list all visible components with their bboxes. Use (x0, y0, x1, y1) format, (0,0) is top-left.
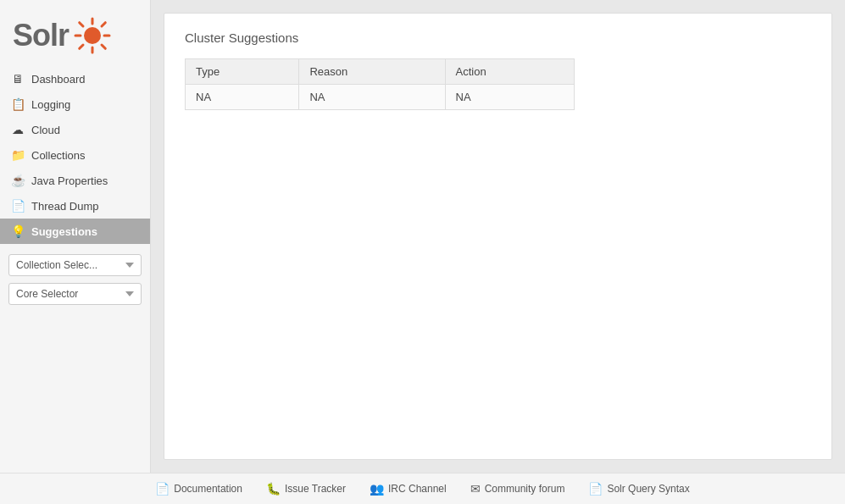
footer-link-label: IRC Channel (388, 483, 447, 495)
documentation-icon: 📄 (155, 482, 170, 496)
main-area: Solr (0, 0, 845, 473)
footer-link-label: Solr Query Syntax (607, 483, 689, 495)
col-header-action: Action (445, 59, 574, 85)
col-header-type: Type (186, 59, 299, 85)
suggestions-icon: 💡 (10, 224, 25, 238)
svg-line-8 (80, 45, 83, 48)
footer-link-community-forum[interactable]: ✉ Community forum (470, 482, 565, 496)
sidebar-item-label: Suggestions (31, 225, 97, 238)
sidebar-item-label: Java Properties (31, 174, 108, 187)
core-selector[interactable]: Core Selector (8, 283, 142, 305)
sidebar-item-cloud[interactable]: ☁ Cloud (0, 117, 150, 142)
sidebar-item-thread-dump[interactable]: 📄 Thread Dump (0, 193, 150, 219)
sidebar-item-logging[interactable]: 📋 Logging (0, 91, 150, 117)
footer-link-label: Community forum (485, 483, 565, 495)
sidebar-item-suggestions[interactable]: 💡 Suggestions (0, 219, 150, 244)
cloud-icon: ☁ (10, 123, 25, 136)
collection-selector[interactable]: Collection Selec... (8, 254, 142, 276)
logo-area: Solr (0, 0, 150, 66)
issue-tracker-icon: 🐛 (266, 482, 281, 496)
col-header-reason: Reason (299, 59, 445, 85)
sidebar-item-label: Dashboard (31, 73, 86, 86)
suggestions-table: Type Reason Action NA NA NA (185, 58, 575, 110)
cell-type: NA (186, 85, 299, 110)
svg-line-6 (102, 45, 105, 48)
table-row: NA NA NA (186, 85, 575, 110)
collections-icon: 📁 (10, 148, 25, 162)
sidebar-item-collections[interactable]: 📁 Collections (0, 142, 150, 168)
svg-point-0 (84, 27, 101, 44)
sidebar-item-label: Cloud (31, 124, 60, 136)
footer-link-label: Documentation (174, 483, 242, 495)
sidebar: Solr (0, 0, 151, 473)
page-title: Cluster Suggestions (185, 30, 811, 45)
footer: 📄 Documentation 🐛 Issue Tracker 👥 IRC Ch… (0, 473, 845, 504)
cell-reason: NA (299, 85, 445, 110)
content-inner: Cluster Suggestions Type Reason Action N… (164, 14, 831, 459)
footer-link-solr-query-syntax[interactable]: 📄 Solr Query Syntax (588, 482, 689, 496)
svg-line-5 (80, 23, 83, 26)
content-area: Cluster Suggestions Type Reason Action N… (164, 13, 832, 460)
footer-link-documentation[interactable]: 📄 Documentation (155, 482, 242, 496)
irc-channel-icon: 👥 (370, 482, 384, 496)
sidebar-item-label: Thread Dump (31, 200, 98, 213)
community-forum-icon: ✉ (470, 482, 481, 496)
logging-icon: 📋 (10, 97, 25, 111)
nav-list: 🖥 Dashboard 📋 Logging ☁ Cloud 📁 Collecti… (0, 66, 150, 244)
footer-link-irc-channel[interactable]: 👥 IRC Channel (370, 482, 447, 496)
sidebar-item-label: Logging (31, 98, 70, 111)
solr-query-syntax-icon: 📄 (588, 482, 603, 496)
cell-action: NA (445, 85, 574, 110)
footer-link-issue-tracker[interactable]: 🐛 Issue Tracker (266, 482, 346, 496)
app-container: Solr (0, 0, 845, 504)
sidebar-item-dashboard[interactable]: 🖥 Dashboard (0, 66, 150, 91)
sidebar-item-java-properties[interactable]: ☕ Java Properties (0, 168, 150, 193)
svg-line-7 (102, 23, 105, 26)
java-properties-icon: ☕ (10, 174, 25, 187)
dashboard-icon: 🖥 (10, 72, 25, 86)
solr-logo-icon (72, 15, 113, 56)
logo-text: Solr (13, 18, 69, 53)
sidebar-dropdowns: Collection Selec... Core Selector (0, 244, 150, 312)
sidebar-item-label: Collections (31, 149, 86, 162)
thread-dump-icon: 📄 (10, 199, 25, 213)
footer-link-label: Issue Tracker (285, 483, 346, 495)
